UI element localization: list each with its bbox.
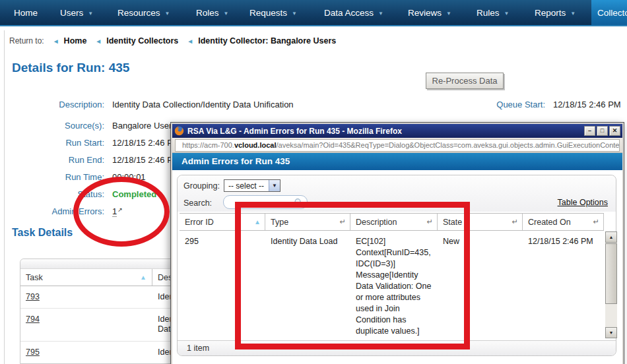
url-path: /aveksa/main?Oid=435&ReqType=Dialog&Obje…: [276, 141, 619, 149]
created-on-column-header[interactable]: Created On↵: [523, 214, 604, 230]
minimize-button[interactable]: –: [584, 126, 595, 136]
vertical-scrollbar[interactable]: ▲ ▼: [605, 231, 617, 338]
breadcrumb-link-identity-collector-bangalore-users[interactable]: Identity Collector: Bangalore Users: [198, 36, 336, 46]
nav-label: Data Access: [324, 8, 374, 18]
column-label: Task: [26, 273, 43, 282]
search-input[interactable]: [223, 195, 308, 209]
admin-errors-value[interactable]: 1↗: [112, 206, 123, 216]
error-id-cell: 295: [180, 231, 265, 337]
breadcrumb-prefix: Return to:: [9, 36, 44, 46]
sortable-icon: ↵: [512, 218, 518, 226]
run-time-label: Run Time:: [0, 172, 104, 182]
description-label: Description:: [0, 100, 104, 109]
sortable-icon: ↵: [427, 218, 433, 226]
breadcrumb-link-home[interactable]: Home: [64, 36, 87, 46]
run-time-value: 00:00:01: [112, 172, 146, 182]
column-label: Type: [271, 218, 288, 227]
url-text: https://acm-700.vcloud.local/aveksa/main…: [182, 141, 620, 149]
description-cell: EC[102] Context[RunID=435, IDC(ID=3)] Me…: [350, 231, 438, 337]
chevron-down-icon: ▼: [378, 9, 383, 16]
table-options-link[interactable]: Table Options: [558, 198, 608, 207]
scrollbar-thumb[interactable]: [605, 243, 617, 304]
error-table-header: Error ID▲ Type↵ Description↵ State↵ Crea…: [180, 213, 604, 231]
nav-label: Requests: [249, 8, 287, 18]
state-cell: New: [438, 231, 523, 337]
queue-start-label: Queue Start:: [455, 100, 545, 109]
nav-label: Home: [14, 8, 38, 18]
task-795-link[interactable]: 795: [26, 348, 40, 357]
nav-item-home[interactable]: Home: [14, 0, 38, 25]
window-title-bar[interactable]: RSA Via L&G - Admin Errors for Run 435 -…: [172, 124, 622, 138]
chevron-down-icon: ▼: [446, 9, 451, 16]
column-label: Error ID: [185, 218, 214, 227]
search-icon: [294, 198, 302, 207]
run-end-label: Run End:: [0, 155, 104, 165]
nav-label: Reviews: [408, 8, 442, 18]
close-button[interactable]: ✕: [609, 126, 620, 136]
description-column-header[interactable]: Description↵: [350, 214, 438, 230]
nav-item-reviews[interactable]: Reviews▼: [408, 0, 451, 25]
run-start-label: Run Start:: [0, 138, 104, 148]
screen: Home Users▼ Resources▼ Roles▼ Requests▼ …: [0, 0, 627, 364]
chevron-down-icon: ▼: [570, 9, 576, 16]
grouping-label: Grouping:: [183, 181, 220, 191]
task-column-header[interactable]: Task▲: [20, 269, 152, 286]
dropdown-arrow-icon[interactable]: ▼: [269, 180, 280, 191]
nav-item-collectors-active[interactable]: Collectors: [591, 0, 627, 25]
column-label: Created On: [528, 218, 571, 227]
sort-ascending-icon: ▲: [140, 274, 147, 281]
nav-label: Users: [60, 8, 83, 18]
task-793-link[interactable]: 793: [26, 292, 40, 301]
error-id-column-header[interactable]: Error ID▲: [180, 214, 265, 230]
admin-errors-label: Admin Errors:: [0, 206, 104, 216]
admin-errors-link[interactable]: 1: [112, 206, 117, 217]
dialog-body: Grouping: -- select -- ▼ Search: Table O…: [172, 170, 622, 364]
chevron-down-icon: ▼: [504, 9, 510, 16]
column-label: State: [443, 218, 462, 227]
scroll-down-arrow-icon[interactable]: ▼: [605, 327, 617, 338]
error-table-panel: Grouping: -- select -- ▼ Search: Table O…: [177, 175, 616, 356]
url-prefix: https://acm-700.: [182, 141, 234, 149]
nav-item-data-access[interactable]: Data Access▼: [324, 0, 383, 25]
nav-label: Collectors: [597, 8, 627, 18]
nav-item-users[interactable]: Users▼: [60, 0, 93, 25]
firefox-icon: [174, 126, 184, 136]
scroll-up-arrow-icon[interactable]: ▲: [605, 231, 617, 243]
nav-label: Roles: [196, 8, 219, 18]
reprocess-data-button[interactable]: Re-Process Data: [426, 73, 504, 89]
nav-item-requests[interactable]: Requests▼: [249, 0, 297, 25]
triangle-left-icon: ◄: [187, 38, 193, 45]
dialog-header: Admin Errors for Run 435: [172, 153, 622, 170]
type-column-header[interactable]: Type↵: [265, 214, 350, 230]
nav-item-roles[interactable]: Roles▼: [196, 0, 228, 25]
breadcrumb-link-identity-collectors[interactable]: Identity Collectors: [106, 36, 178, 46]
type-cell: Identity Data Load: [265, 231, 350, 337]
created-on-cell: 12/18/15 2:46 PM: [523, 231, 604, 337]
nav-item-rules[interactable]: Rules▼: [477, 0, 509, 25]
breadcrumb: Return to: ◄ Home ◄ Identity Collectors …: [9, 36, 336, 46]
status-label: Status:: [0, 189, 104, 199]
task-794-link[interactable]: 794: [26, 315, 40, 324]
nav-label: Rules: [477, 8, 500, 18]
grouping-select[interactable]: -- select -- ▼: [224, 179, 280, 192]
table-footer-item-count: 1 item: [178, 340, 616, 355]
sources-value: Bangalore Users: [112, 121, 176, 131]
nav-label: Reports: [535, 8, 566, 18]
nav-item-resources[interactable]: Resources▼: [117, 0, 170, 25]
nav-item-reports[interactable]: Reports▼: [535, 0, 576, 25]
nav-label: Resources: [117, 8, 160, 18]
url-field[interactable]: https://acm-700.vcloud.local/aveksa/main…: [175, 139, 620, 152]
chevron-down-icon: ▼: [165, 9, 170, 16]
state-column-header[interactable]: State↵: [438, 214, 523, 230]
admin-errors-table: Error ID▲ Type↵ Description↵ State↵ Crea…: [180, 213, 604, 337]
top-nav-bar: Home Users▼ Resources▼ Roles▼ Requests▼ …: [0, 0, 627, 26]
maximize-button[interactable]: □: [597, 126, 608, 136]
status-value: Completed: [112, 189, 156, 199]
column-label: Description: [356, 218, 397, 227]
chevron-down-icon: ▼: [224, 9, 229, 16]
sortable-icon: ↵: [340, 218, 346, 226]
url-domain: vcloud.local: [234, 141, 277, 149]
grouping-selected-value: -- select --: [228, 181, 264, 191]
description-value: Identity Data Collection/Identity Data U…: [112, 100, 294, 109]
task-details-heading: Task Details: [12, 227, 73, 239]
